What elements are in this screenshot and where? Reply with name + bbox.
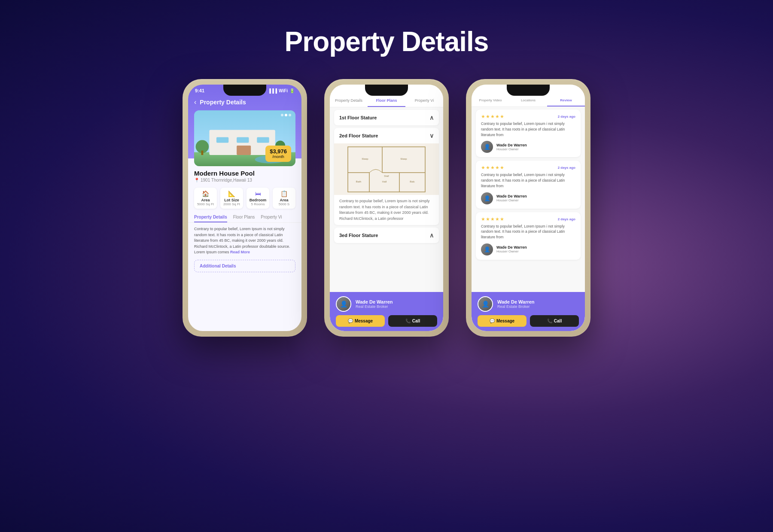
stat-lot-label: Lot Size <box>222 198 241 202</box>
floor-2-icon: ∨ <box>429 132 434 139</box>
review-2-text: Contrary to popular belief, Lorem Ipsum … <box>481 172 575 188</box>
dot-1 <box>281 114 283 116</box>
phone2-bottom-bar: 👤 Wade De Warren Real Estate Broker 💬 Me… <box>330 292 443 331</box>
lot-icon: 📐 <box>222 190 241 197</box>
message-icon-3: 💬 <box>490 319 495 323</box>
reviewer-3-info: 👤 Wade De Warren Houser Owner <box>481 243 575 255</box>
message-button-2[interactable]: 💬 Message <box>336 315 385 327</box>
reviewer-2-role: Houser Owner <box>496 198 527 202</box>
phone2-tab-video[interactable]: Property Vi <box>405 98 443 107</box>
phone-3-screen: Property Video Locations Review ★★★★★ 2 … <box>472 85 585 331</box>
reviews-scroll[interactable]: ★★★★★ 2 days ago Contrary to popular bel… <box>472 107 585 287</box>
review-1-stars: ★★★★★ <box>481 114 505 119</box>
floor-1-icon: ∧ <box>429 114 434 121</box>
agent-avatar-2: 👤 <box>336 296 351 312</box>
floor-3-label: 3ed Floor Stature <box>339 233 378 238</box>
message-icon-2: 💬 <box>348 319 353 323</box>
stat-lot-value: 2000 Sq Ft <box>222 202 241 206</box>
floor-1-label: 1st Floor Stature <box>339 115 377 120</box>
agent-info-2: 👤 Wade De Warren Real Estate Broker <box>336 296 437 312</box>
review-2-date: 2 days ago <box>558 166 575 170</box>
property-description: Contrary to popular belief, Lorem Ipsum … <box>188 223 301 257</box>
svg-text:Sleep: Sleep <box>400 158 407 160</box>
floor-1-header[interactable]: 1st Floor Stature ∧ <box>334 110 439 125</box>
image-dots <box>281 114 291 116</box>
property-image: $3,976 /month <box>194 110 295 166</box>
agent-details-2: Wade De Warren Real Estate Broker <box>356 299 393 309</box>
floor-3-header[interactable]: 3ed Floor Stature ∧ <box>334 228 439 243</box>
property-title-section: Modern House Pool 📍 1901 Thornridge,Hawa… <box>188 166 301 184</box>
call-icon-3: 📞 <box>547 319 552 323</box>
call-button-2[interactable]: 📞 Call <box>388 315 437 327</box>
review-1-header: ★★★★★ 2 days ago <box>481 114 575 119</box>
review-3-stars: ★★★★★ <box>481 216 505 222</box>
notch-2 <box>365 85 408 96</box>
svg-rect-6 <box>257 137 269 143</box>
stat-extra-label: Area <box>274 198 294 202</box>
additional-details[interactable]: Additional Details <box>194 260 295 272</box>
stat-extra: 📋 Area 5000 S <box>273 188 295 209</box>
reviewer-3-role: Houser Owner <box>496 249 527 253</box>
reviewer-2-avatar: 👤 <box>481 192 493 204</box>
stat-extra-value: 5000 S <box>274 202 294 206</box>
reviewer-1-role: Houser Owner <box>496 147 527 151</box>
review-2-stars: ★★★★★ <box>481 165 505 170</box>
tab-property-details[interactable]: Property Details <box>194 215 227 222</box>
svg-text:Hall: Hall <box>382 180 386 183</box>
status-time-1: 9:41 <box>195 88 204 93</box>
location-pin-icon: 📍 <box>194 178 199 182</box>
phone3-tab-location[interactable]: Locations <box>509 98 547 106</box>
notch-3 <box>507 85 550 96</box>
action-buttons-3: 💬 Message 📞 Call <box>478 315 579 327</box>
phone2-tab-floorplans[interactable]: Floor Plans <box>368 98 405 107</box>
phone1-header-title: Property Details <box>200 99 246 106</box>
review-card-1: ★★★★★ 2 days ago Contrary to popular bel… <box>476 109 581 157</box>
phone-1-screen: 9:41 ▐▐▐ WiFi 🔋 ‹ Property Details <box>188 85 301 331</box>
floor-plan-svg: Sleep Sleep Bath Hall Balc Shelf <box>344 145 429 194</box>
svg-rect-10 <box>201 151 204 155</box>
review-1-date: 2 days ago <box>558 115 575 119</box>
stat-bedroom-label: Bedroom <box>248 198 268 202</box>
stat-bedroom: 🛏 Bedroom 5 Rooms <box>247 188 269 209</box>
agent-name-2: Wade De Warren <box>356 299 393 304</box>
floor-2-header[interactable]: 2ed Floor Stature ∨ <box>334 128 439 143</box>
message-button-3[interactable]: 💬 Message <box>478 315 526 327</box>
stat-lot: 📐 Lot Size 2000 Sq Ft <box>220 188 243 209</box>
call-button-3[interactable]: 📞 Call <box>530 315 579 327</box>
phone3-tab-video[interactable]: Property Video <box>472 98 509 106</box>
agent-role-2: Real Estate Broker <box>356 304 393 309</box>
floor-2-label: 2ed Floor Stature <box>339 133 378 138</box>
reviewer-3-name: Wade De Warren <box>496 245 527 249</box>
phone2-tab-details[interactable]: Property Details <box>330 98 368 107</box>
stat-area-value: 5000 Sq Ft <box>196 202 215 206</box>
floor-3-icon: ∧ <box>429 232 434 239</box>
extra-icon: 📋 <box>274 190 294 197</box>
phone-2-screen: Property Details Floor Plans Property Vi… <box>330 85 443 331</box>
stat-area: 🏠 Area 5000 Sq Ft <box>194 188 217 209</box>
agent-details-3: Wade De Warren Real Estate Broker <box>497 299 535 309</box>
agent-role-3: Real Estate Broker <box>497 304 535 309</box>
wifi-icon: WiFi <box>279 88 288 93</box>
floor-1-accordion: 1st Floor Stature ∧ <box>334 110 439 125</box>
tab-floor-plans[interactable]: Floor Plans <box>233 215 255 222</box>
floor-2-desc: Contrary to popular belief, Lorem Ipsum … <box>334 195 439 225</box>
back-button[interactable]: ‹ <box>194 98 196 106</box>
action-buttons-2: 💬 Message 📞 Call <box>336 315 437 327</box>
read-more-link[interactable]: Read More <box>230 250 250 254</box>
reviewer-2-details: Wade De Warren Houser Owner <box>496 194 527 202</box>
floor-3-accordion: 3ed Floor Stature ∧ <box>334 228 439 243</box>
price-badge: $3,976 /month <box>265 146 291 162</box>
dot-3 <box>289 114 291 116</box>
svg-text:Sleep: Sleep <box>362 158 368 160</box>
agent-avatar-img-3: 👤 <box>478 297 492 311</box>
review-card-2: ★★★★★ 2 days ago Contrary to popular bel… <box>476 161 581 208</box>
svg-rect-4 <box>216 137 228 143</box>
phone3-tab-review[interactable]: Review <box>547 98 585 106</box>
svg-rect-5 <box>237 137 249 143</box>
reviewer-2-info: 👤 Wade De Warren Houser Owner <box>481 192 575 204</box>
tab-property-vi[interactable]: Property Vi <box>261 215 282 222</box>
phone1-tabs: Property Details Floor Plans Property Vi <box>188 212 301 223</box>
svg-text:Bath: Bath <box>356 180 361 183</box>
phone-1: 9:41 ▐▐▐ WiFi 🔋 ‹ Property Details <box>183 79 307 337</box>
status-icons-1: ▐▐▐ WiFi 🔋 <box>268 88 295 93</box>
